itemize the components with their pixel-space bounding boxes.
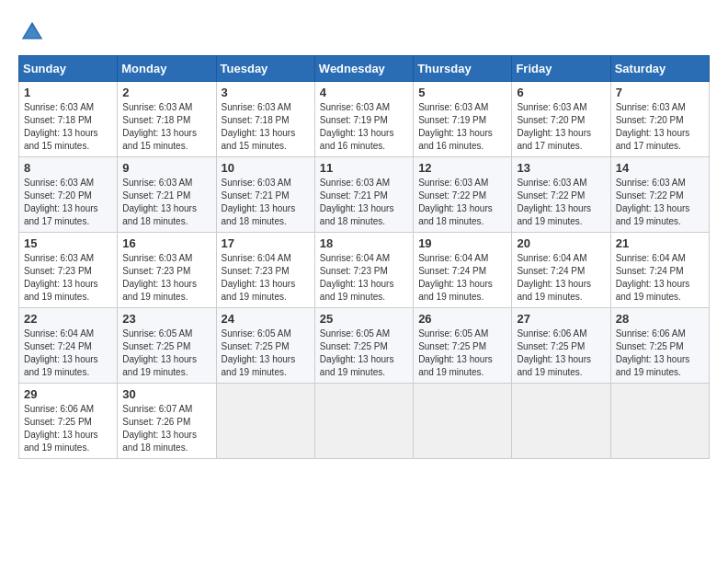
day-info: Sunrise: 6:03 AM Sunset: 7:22 PM Dayligh… [616,177,704,228]
day-number: 1 [24,86,112,99]
day-number: 22 [24,312,112,326]
calendar-cell: 16Sunrise: 6:03 AM Sunset: 7:23 PM Dayli… [118,233,216,308]
day-number: 19 [418,236,506,250]
calendar-cell: 7Sunrise: 6:03 AM Sunset: 7:20 PM Daylig… [610,82,709,157]
header-day: Monday [118,56,216,82]
day-info: Sunrise: 6:03 AM Sunset: 7:18 PM Dayligh… [122,101,210,153]
day-number: 18 [320,236,408,250]
calendar-cell: 2Sunrise: 6:03 AM Sunset: 7:18 PM Daylig… [118,82,216,157]
day-number: 8 [24,161,112,175]
day-number: 5 [418,86,506,99]
day-number: 24 [222,312,310,326]
day-info: Sunrise: 6:04 AM Sunset: 7:24 PM Dayligh… [517,252,605,304]
calendar-cell: 10Sunrise: 6:03 AM Sunset: 7:21 PM Dayli… [216,157,314,233]
calendar-cell: 4Sunrise: 6:03 AM Sunset: 7:19 PM Daylig… [314,82,413,157]
calendar-header: SundayMondayTuesdayWednesdayThursdayFrid… [19,56,710,82]
calendar-cell: 12Sunrise: 6:03 AM Sunset: 7:22 PM Dayli… [414,157,512,233]
calendar-cell: 28Sunrise: 6:06 AM Sunset: 7:25 PM Dayli… [610,308,709,384]
calendar-cell: 26Sunrise: 6:05 AM Sunset: 7:25 PM Dayli… [414,308,512,384]
day-info: Sunrise: 6:03 AM Sunset: 7:19 PM Dayligh… [418,101,506,153]
day-number: 30 [122,387,210,401]
day-number: 25 [320,312,408,326]
day-number: 26 [418,312,506,326]
day-number: 15 [24,236,112,250]
calendar-week: 22Sunrise: 6:04 AM Sunset: 7:24 PM Dayli… [19,308,710,384]
calendar-cell: 15Sunrise: 6:03 AM Sunset: 7:23 PM Dayli… [19,233,118,308]
day-info: Sunrise: 6:05 AM Sunset: 7:25 PM Dayligh… [122,327,210,379]
day-info: Sunrise: 6:05 AM Sunset: 7:25 PM Dayligh… [418,327,506,379]
header-day: Sunday [19,56,118,82]
header-day: Friday [512,56,610,82]
calendar-cell [314,384,413,459]
calendar-cell: 14Sunrise: 6:03 AM Sunset: 7:22 PM Dayli… [610,157,709,233]
day-info: Sunrise: 6:04 AM Sunset: 7:23 PM Dayligh… [222,252,310,304]
day-number: 23 [122,312,210,326]
calendar-cell [512,384,610,459]
header [18,18,710,46]
day-info: Sunrise: 6:03 AM Sunset: 7:20 PM Dayligh… [517,101,605,153]
calendar-cell: 19Sunrise: 6:04 AM Sunset: 7:24 PM Dayli… [414,233,512,308]
day-info: Sunrise: 6:07 AM Sunset: 7:26 PM Dayligh… [122,403,210,454]
day-number: 4 [320,86,408,99]
header-row: SundayMondayTuesdayWednesdayThursdayFrid… [19,56,710,82]
day-info: Sunrise: 6:04 AM Sunset: 7:24 PM Dayligh… [616,252,704,304]
calendar-cell [414,384,512,459]
calendar-cell: 5Sunrise: 6:03 AM Sunset: 7:19 PM Daylig… [414,82,512,157]
header-day: Tuesday [216,56,314,82]
day-info: Sunrise: 6:03 AM Sunset: 7:22 PM Dayligh… [517,177,605,228]
calendar-week: 29Sunrise: 6:06 AM Sunset: 7:25 PM Dayli… [19,384,710,459]
calendar-cell: 17Sunrise: 6:04 AM Sunset: 7:23 PM Dayli… [216,233,314,308]
day-number: 10 [222,161,310,175]
day-number: 29 [24,387,112,401]
calendar-cell: 8Sunrise: 6:03 AM Sunset: 7:20 PM Daylig… [19,157,118,233]
calendar-table: SundayMondayTuesdayWednesdayThursdayFrid… [18,55,710,459]
calendar-cell: 29Sunrise: 6:06 AM Sunset: 7:25 PM Dayli… [19,384,118,459]
day-number: 27 [517,312,605,326]
day-number: 11 [320,161,408,175]
day-number: 17 [222,236,310,250]
logo [18,18,50,46]
day-info: Sunrise: 6:03 AM Sunset: 7:22 PM Dayligh… [418,177,506,228]
day-number: 13 [517,161,605,175]
day-info: Sunrise: 6:03 AM Sunset: 7:21 PM Dayligh… [222,177,310,228]
day-info: Sunrise: 6:04 AM Sunset: 7:23 PM Dayligh… [320,252,408,304]
day-number: 3 [222,86,310,99]
calendar-cell: 22Sunrise: 6:04 AM Sunset: 7:24 PM Dayli… [19,308,118,384]
calendar-cell: 25Sunrise: 6:05 AM Sunset: 7:25 PM Dayli… [314,308,413,384]
calendar-cell: 30Sunrise: 6:07 AM Sunset: 7:26 PM Dayli… [118,384,216,459]
calendar-cell: 3Sunrise: 6:03 AM Sunset: 7:18 PM Daylig… [216,82,314,157]
day-info: Sunrise: 6:06 AM Sunset: 7:25 PM Dayligh… [616,327,704,379]
header-day: Saturday [610,56,709,82]
day-info: Sunrise: 6:05 AM Sunset: 7:25 PM Dayligh… [222,327,310,379]
calendar-cell: 6Sunrise: 6:03 AM Sunset: 7:20 PM Daylig… [512,82,610,157]
day-info: Sunrise: 6:03 AM Sunset: 7:18 PM Dayligh… [222,101,310,153]
day-info: Sunrise: 6:03 AM Sunset: 7:23 PM Dayligh… [24,252,112,304]
calendar-cell: 9Sunrise: 6:03 AM Sunset: 7:21 PM Daylig… [118,157,216,233]
calendar-body: 1Sunrise: 6:03 AM Sunset: 7:18 PM Daylig… [19,82,710,459]
day-info: Sunrise: 6:04 AM Sunset: 7:24 PM Dayligh… [418,252,506,304]
day-number: 9 [122,161,210,175]
day-info: Sunrise: 6:03 AM Sunset: 7:21 PM Dayligh… [122,177,210,228]
day-info: Sunrise: 6:06 AM Sunset: 7:25 PM Dayligh… [24,403,112,454]
day-info: Sunrise: 6:04 AM Sunset: 7:24 PM Dayligh… [24,327,112,379]
day-number: 12 [418,161,506,175]
header-day: Thursday [414,56,512,82]
day-info: Sunrise: 6:06 AM Sunset: 7:25 PM Dayligh… [517,327,605,379]
day-info: Sunrise: 6:03 AM Sunset: 7:20 PM Dayligh… [24,177,112,228]
day-number: 2 [122,86,210,99]
day-number: 16 [122,236,210,250]
logo-icon [18,18,46,46]
calendar-cell: 21Sunrise: 6:04 AM Sunset: 7:24 PM Dayli… [610,233,709,308]
calendar-cell [216,384,314,459]
day-info: Sunrise: 6:03 AM Sunset: 7:23 PM Dayligh… [122,252,210,304]
day-number: 14 [616,161,704,175]
calendar-cell [610,384,709,459]
calendar-cell: 11Sunrise: 6:03 AM Sunset: 7:21 PM Dayli… [314,157,413,233]
day-info: Sunrise: 6:03 AM Sunset: 7:21 PM Dayligh… [320,177,408,228]
calendar-week: 1Sunrise: 6:03 AM Sunset: 7:18 PM Daylig… [19,82,710,157]
calendar-cell: 24Sunrise: 6:05 AM Sunset: 7:25 PM Dayli… [216,308,314,384]
calendar-cell: 1Sunrise: 6:03 AM Sunset: 7:18 PM Daylig… [19,82,118,157]
day-info: Sunrise: 6:03 AM Sunset: 7:19 PM Dayligh… [320,101,408,153]
day-info: Sunrise: 6:03 AM Sunset: 7:20 PM Dayligh… [616,101,704,153]
day-number: 21 [616,236,704,250]
